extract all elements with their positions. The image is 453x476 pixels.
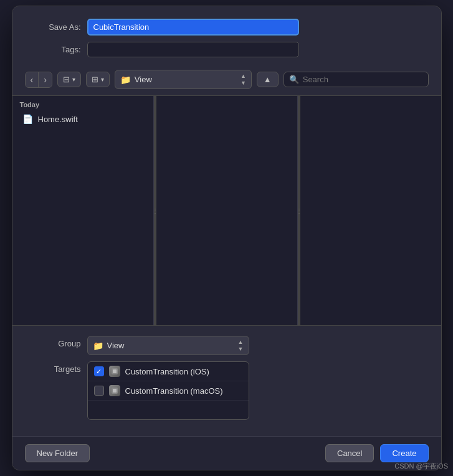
search-box: 🔍 [284, 72, 429, 87]
svg-rect-3 [113, 389, 117, 393]
file-column-2 [156, 96, 298, 325]
target-app-icon-2 [109, 385, 120, 396]
tags-label: Tags: [31, 45, 87, 54]
targets-empty-space [88, 401, 249, 419]
search-input[interactable] [303, 75, 423, 84]
arrow-down: ▼ [241, 80, 246, 86]
cancel-button[interactable]: Cancel [325, 444, 374, 462]
nav-button-group: ‹ › [25, 72, 52, 88]
view-list-chevron: ▾ [72, 76, 75, 83]
group-arrow-up: ▲ [238, 339, 244, 345]
target-checkbox-1[interactable]: ✓ [94, 366, 104, 376]
target-checkbox-2[interactable] [94, 386, 104, 396]
list-item[interactable]: CustomTransition (macOS) [88, 381, 249, 401]
tags-input[interactable] [87, 42, 299, 57]
svg-rect-1 [113, 369, 117, 373]
file-column-3 [300, 96, 441, 325]
location-folder-icon: 📁 [120, 75, 131, 85]
list-item[interactable]: 📄 Home.swift [15, 112, 151, 126]
location-arrows: ▲ ▼ [241, 73, 246, 86]
group-select[interactable]: View Model Controller [107, 341, 234, 350]
create-button[interactable]: Create [380, 444, 428, 462]
toolbar: ‹ › ⊟ ▾ ⊞ ▾ 📁 View Documents Desktop Dow… [12, 64, 441, 95]
group-label: Group [31, 336, 87, 348]
view-list-icon: ⊟ [63, 75, 70, 84]
view-grid-icon: ⊞ [92, 75, 98, 84]
group-arrows: ▲ ▼ [238, 339, 244, 352]
section-today: Today [12, 96, 153, 111]
group-row: Group 📁 View Model Controller ▲ ▼ [31, 336, 422, 355]
targets-list: ✓ CustomTransition (iOS) CustomTransitio… [87, 361, 249, 420]
file-browser: Today 📄 Home.swift ⋮ ⋮ [12, 95, 441, 326]
targets-label: Targets [31, 361, 87, 374]
target-name-1: CustomTransition (iOS) [125, 367, 209, 376]
file-icon: 📄 [22, 114, 33, 124]
save-as-row: Save As: [31, 19, 422, 36]
dialog-bottom: Group 📁 View Model Controller ▲ ▼ Target… [12, 326, 441, 436]
forward-button[interactable]: › [39, 72, 52, 87]
dialog-footer: New Folder Cancel Create [12, 436, 441, 470]
new-folder-button[interactable]: New Folder [25, 444, 90, 462]
target-app-icon-1 [109, 366, 120, 377]
group-folder-icon: 📁 [93, 341, 103, 351]
view-grid-chevron: ▾ [101, 76, 104, 83]
footer-right-buttons: Cancel Create [325, 444, 429, 462]
view-grid-button[interactable]: ⊞ ▾ [86, 72, 110, 87]
view-list-button[interactable]: ⊟ ▾ [57, 72, 81, 87]
back-button[interactable]: ‹ [26, 72, 39, 87]
file-column-1: Today 📄 Home.swift [12, 96, 154, 325]
expand-button[interactable]: ▲ [257, 72, 279, 87]
save-as-input[interactable] [87, 19, 299, 36]
search-icon: 🔍 [289, 75, 299, 84]
targets-row: Targets ✓ CustomTransition (iOS) Cust [31, 361, 422, 420]
location-select[interactable]: View Documents Desktop Downloads [135, 75, 237, 84]
arrow-up: ▲ [241, 73, 246, 79]
save-as-label: Save As: [31, 22, 87, 32]
target-name-2: CustomTransition (macOS) [125, 386, 223, 396]
watermark: CSDN @宇夜iOS [394, 462, 448, 471]
location-selector[interactable]: 📁 View Documents Desktop Downloads ▲ ▼ [115, 70, 252, 89]
dialog-top: Save As: Tags: [12, 6, 441, 57]
list-item[interactable]: ✓ CustomTransition (iOS) [88, 362, 249, 381]
tags-row: Tags: [31, 42, 422, 57]
group-arrow-down: ▼ [238, 346, 244, 352]
save-dialog: Save As: Tags: ‹ › ⊟ ▾ ⊞ ▾ 📁 Vie [12, 6, 442, 470]
group-selector[interactable]: 📁 View Model Controller ▲ ▼ [87, 336, 249, 355]
file-name: Home.swift [38, 115, 78, 124]
